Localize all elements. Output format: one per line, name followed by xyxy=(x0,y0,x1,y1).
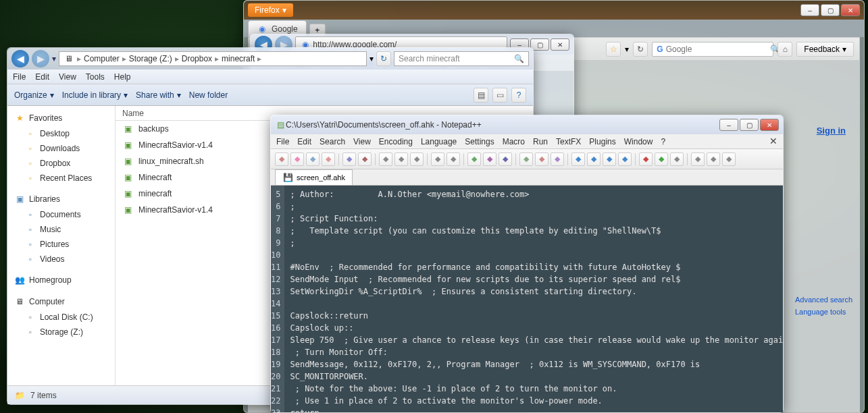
toolbar-button[interactable]: ◆ xyxy=(306,153,320,166)
toolbar-button[interactable]: ◆ xyxy=(551,153,564,166)
organize-button[interactable]: Organize ▾ xyxy=(14,90,54,100)
back-button[interactable]: ◀ xyxy=(11,50,29,67)
toolbar-button[interactable]: ◆ xyxy=(499,153,512,166)
menu-item[interactable]: Plugins xyxy=(589,137,615,146)
toolbar-button[interactable]: ◆ xyxy=(519,153,533,166)
sidebar-item[interactable]: ▫Storage (Z:) xyxy=(7,325,115,339)
menu-item[interactable]: View xyxy=(353,137,371,146)
toolbar-button[interactable]: ◆ xyxy=(467,153,481,166)
editor-area[interactable]: 5 6 7 8 9 10 11 12 13 14 15 16 17 18 19 … xyxy=(271,186,783,412)
bookmark-star-icon[interactable]: ☆ xyxy=(606,42,621,57)
search-box[interactable]: Search minecraft🔍 xyxy=(394,51,529,66)
feedback-button[interactable]: Feedback ▾ xyxy=(796,42,854,57)
toolbar-button[interactable]: ◆ xyxy=(410,153,424,166)
share-with-button[interactable]: Share with ▾ xyxy=(136,90,181,100)
new-folder-button[interactable]: New folder xyxy=(189,90,228,100)
menu-item[interactable]: Macro xyxy=(503,137,525,146)
toolbar-button[interactable]: ◆ xyxy=(707,153,720,166)
notepadpp-tabstrip[interactable]: 💾screen_off.ahk xyxy=(271,169,783,186)
menu-item[interactable]: Edit xyxy=(35,72,49,82)
minimize-button[interactable]: – xyxy=(719,119,738,131)
toolbar-button[interactable]: ◆ xyxy=(275,153,288,166)
close-doc-button[interactable]: ✕ xyxy=(769,136,777,146)
sidebar-libraries[interactable]: ▣Libraries xyxy=(7,191,115,207)
close-button[interactable]: ✕ xyxy=(760,119,779,131)
maximize-button[interactable]: ▢ xyxy=(740,119,759,131)
breadcrumb[interactable]: 🖥 ▸Computer▸Storage (Z:)▸Dropbox▸minecra… xyxy=(59,51,367,66)
forward-button[interactable]: ▶ xyxy=(32,50,49,67)
toolbar-button[interactable]: ◆ xyxy=(691,153,705,166)
chevron-down-icon[interactable]: ▾ xyxy=(52,54,56,63)
toolbar-button[interactable]: ◆ xyxy=(290,153,304,166)
toolbar-button[interactable]: ◆ xyxy=(483,153,496,166)
include-library-button[interactable]: Include in library ▾ xyxy=(62,90,128,100)
refresh-button[interactable]: ↻ xyxy=(376,51,391,66)
menu-item[interactable]: Run xyxy=(533,137,548,146)
toolbar-button[interactable]: ◆ xyxy=(670,153,684,166)
breadcrumb-segment[interactable]: minecraft xyxy=(222,54,255,63)
maximize-button[interactable]: ▢ xyxy=(821,4,840,16)
toolbar-button[interactable]: ◆ xyxy=(587,153,601,166)
toolbar-button[interactable]: ◆ xyxy=(535,153,548,166)
menu-item[interactable]: Encoding xyxy=(379,137,413,146)
sidebar-item[interactable]: ▫Dropbox xyxy=(7,156,115,171)
sidebar-item[interactable]: ▫Desktop xyxy=(7,126,115,141)
menu-item[interactable]: Tools xyxy=(86,72,105,82)
menu-item[interactable]: Search xyxy=(320,137,345,146)
sidebar-item[interactable]: ▫Music xyxy=(7,222,115,237)
toolbar-button[interactable]: ◆ xyxy=(722,153,736,166)
menu-item[interactable]: File xyxy=(13,72,26,82)
dropdown-icon[interactable]: ▾ xyxy=(625,45,629,54)
toolbar-button[interactable]: ◆ xyxy=(639,153,653,166)
help-button[interactable]: ? xyxy=(511,88,526,103)
toolbar-button[interactable]: ◆ xyxy=(603,153,616,166)
toolbar-button[interactable]: ◆ xyxy=(618,153,632,166)
toolbar-button[interactable]: ◆ xyxy=(358,153,372,166)
sidebar-item[interactable]: ▫Local Disk (C:) xyxy=(7,310,115,325)
notepadpp-titlebar[interactable]: ▤ C:\Users\Yatri\Documents\screen_off.ah… xyxy=(271,115,783,134)
toolbar-button[interactable]: ◆ xyxy=(322,153,335,166)
chevron-down-icon[interactable]: ▾ xyxy=(369,54,374,63)
search-input[interactable] xyxy=(666,45,767,54)
menu-item[interactable]: Edit xyxy=(297,137,311,146)
toolbar-button[interactable]: ◆ xyxy=(446,153,460,166)
breadcrumb-segment[interactable]: Computer xyxy=(84,54,120,63)
minimize-button[interactable]: – xyxy=(800,4,819,16)
menu-item[interactable]: Language xyxy=(421,137,457,146)
signin-link[interactable]: Sign in xyxy=(817,126,846,136)
sidebar-computer[interactable]: 🖥Computer xyxy=(7,294,115,310)
view-mode-button[interactable]: ▤ xyxy=(474,88,488,103)
home-button[interactable]: ⌂ xyxy=(777,42,792,57)
close-button[interactable]: ✕ xyxy=(841,4,860,16)
menu-item[interactable]: View xyxy=(59,72,76,82)
preview-pane-button[interactable]: ▭ xyxy=(492,88,507,103)
code-content[interactable]: ; Author: A.N.Other <myemail@nowhere.com… xyxy=(284,186,783,412)
sidebar-item[interactable]: ▫Recent Places xyxy=(7,171,115,186)
advanced-search-link[interactable]: Advanced search xyxy=(795,294,852,306)
menu-item[interactable]: TextFX xyxy=(556,137,581,146)
menu-item[interactable]: ? xyxy=(661,137,665,146)
toolbar-button[interactable]: ◆ xyxy=(431,153,444,166)
editor-tab[interactable]: 💾screen_off.ahk xyxy=(275,169,353,185)
toolbar-button[interactable]: ◆ xyxy=(379,153,392,166)
menu-item[interactable]: Help xyxy=(114,72,131,82)
search-box[interactable]: G 🔍 xyxy=(652,42,773,57)
firefox-app-button[interactable]: Firefox ▾ xyxy=(248,3,293,17)
sidebar-item[interactable]: ▫Videos xyxy=(7,252,115,267)
sidebar-homegroup[interactable]: 👥Homegroup xyxy=(7,272,115,288)
sidebar-item[interactable]: ▫Downloads xyxy=(7,141,115,156)
breadcrumb-segment[interactable]: Storage (Z:) xyxy=(129,54,172,63)
menu-item[interactable]: Settings xyxy=(465,137,494,146)
menu-item[interactable]: Window xyxy=(624,137,653,146)
reload-button[interactable]: ↻ xyxy=(633,42,648,57)
breadcrumb-segment[interactable]: Dropbox xyxy=(182,54,212,63)
menu-item[interactable]: File xyxy=(276,137,289,146)
close-button[interactable]: ✕ xyxy=(551,38,569,51)
language-tools-link[interactable]: Language tools xyxy=(795,306,852,319)
toolbar-button[interactable]: ◆ xyxy=(394,153,408,166)
sidebar-favorites[interactable]: ★Favorites xyxy=(7,110,115,126)
sidebar-item[interactable]: ▫Pictures xyxy=(7,237,115,252)
toolbar-button[interactable]: ◆ xyxy=(571,153,585,166)
toolbar-button[interactable]: ◆ xyxy=(655,153,668,166)
toolbar-button[interactable]: ◆ xyxy=(342,153,356,166)
